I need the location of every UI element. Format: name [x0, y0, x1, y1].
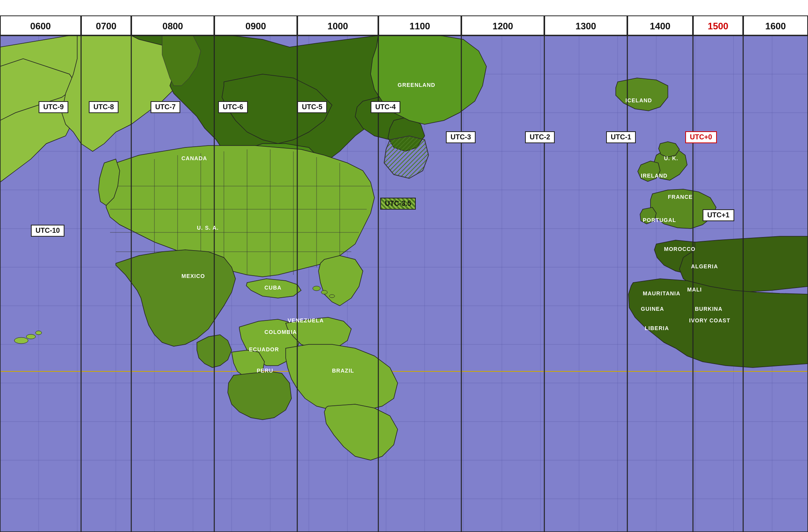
country-label-guinea: GUINEA: [641, 306, 664, 312]
country-label-mauritania: MAURITANIA: [643, 290, 681, 296]
map-svg: [0, 36, 808, 532]
utc-badge-UTC-9: UTC-9: [39, 101, 68, 113]
time-cell-0600: 0600: [0, 16, 81, 36]
utc-badge-UTC-8: UTC-8: [89, 101, 119, 113]
map-area: UTC-9UTC-8UTC-7UTC-6UTC-5UTC-4UTC-3UTC-3…: [0, 36, 808, 532]
country-label-portugal: PORTUGAL: [643, 217, 676, 223]
utc-badge-UTC-5: UTC-5: [297, 101, 327, 113]
country-label-peru: PERU: [257, 368, 273, 374]
utc-badge-UTCplus1: UTC+1: [703, 209, 734, 221]
country-label-ecuador: ECUADOR: [249, 346, 279, 352]
country-label-france: FRANCE: [668, 194, 693, 200]
country-label-burkina: BURKINA: [695, 306, 723, 312]
country-label-liberia: LIBERIA: [645, 325, 669, 331]
time-cell-1600: 1600: [743, 16, 808, 36]
time-cell-0800: 0800: [131, 16, 214, 36]
country-label-mexico: MEXICO: [181, 273, 205, 279]
svg-point-64: [313, 286, 320, 291]
time-cell-1200: 1200: [461, 16, 544, 36]
country-label-u--k-: U. K.: [664, 155, 678, 161]
country-label-greenland: GREENLAND: [398, 82, 435, 88]
time-cell-0900: 0900: [214, 16, 297, 36]
country-label-brazil: BRAZIL: [332, 368, 354, 374]
svg-point-66: [329, 295, 335, 298]
time-cell-1500: 1500: [693, 16, 743, 36]
country-label-algeria: ALGERIA: [691, 263, 718, 269]
svg-point-73: [14, 337, 28, 344]
country-label-cuba: CUBA: [264, 285, 281, 291]
country-label-ireland: IRELAND: [641, 173, 667, 179]
utc-badge-UTC-3dot5: UTC-3.5: [380, 198, 416, 210]
country-label-ivory-coast: IVORY COAST: [689, 317, 730, 324]
utc-badge-UTC-3: UTC-3: [446, 131, 476, 143]
utc-badge-UTCplus0: UTC+0: [685, 131, 717, 143]
utc-badge-UTC-7: UTC-7: [151, 101, 180, 113]
svg-point-65: [321, 290, 327, 294]
page-container: 0600070008000900100011001200130014001500…: [0, 0, 808, 532]
time-cell-0700: 0700: [81, 16, 131, 36]
country-label-venezuela: VENEZUELA: [288, 317, 324, 324]
country-label-morocco: MOROCCO: [664, 246, 696, 252]
utc-badge-UTC-10: UTC-10: [31, 225, 64, 237]
country-label-canada: CANADA: [181, 155, 207, 161]
utc-badge-UTC-4: UTC-4: [371, 101, 400, 113]
time-cell-1400: 1400: [627, 16, 693, 36]
country-label-colombia: COLOMBIA: [264, 329, 297, 335]
utc-badge-UTC-2: UTC-2: [525, 131, 555, 143]
time-cell-1300: 1300: [544, 16, 627, 36]
time-cell-1100: 1100: [378, 16, 461, 36]
country-label-mali: MALI: [687, 286, 702, 293]
utc-badge-UTC-1: UTC-1: [606, 131, 636, 143]
country-label-u--s--a-: U. S. A.: [197, 225, 219, 231]
svg-point-75: [36, 331, 42, 335]
time-cell-1000: 1000: [297, 16, 378, 36]
svg-point-74: [26, 334, 36, 339]
country-label-iceland: ICELAND: [625, 97, 652, 103]
time-header: 0600070008000900100011001200130014001500…: [0, 15, 808, 36]
utc-badge-UTC-6: UTC-6: [218, 101, 248, 113]
